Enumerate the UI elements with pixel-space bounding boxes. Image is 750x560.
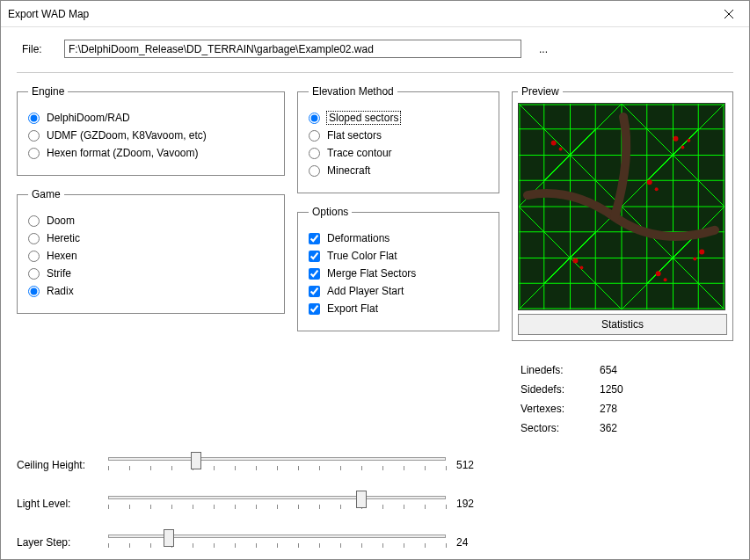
radio-label: UDMF (GZDoom, K8Vavoom, etc) <box>47 129 207 142</box>
light-level-slider[interactable] <box>108 492 446 515</box>
file-path-input[interactable] <box>64 40 521 58</box>
checkbox-label: Add Player Start <box>327 285 404 297</box>
slider-value: 24 <box>456 536 484 549</box>
elev-option[interactable]: Sloped sectors <box>309 112 488 124</box>
checkbox-input[interactable] <box>309 251 320 262</box>
preview-legend: Preview <box>518 85 563 98</box>
slider-thumb[interactable] <box>164 529 174 547</box>
elev-option[interactable]: Flat sectors <box>309 129 488 142</box>
radio-input[interactable] <box>28 233 40 244</box>
radio-input[interactable] <box>28 113 40 124</box>
game-group: Game DoomHereticHexenStrifeRadix <box>17 188 285 314</box>
elevation-group: Elevation Method Sloped sectorsFlat sect… <box>297 85 499 193</box>
radio-label: DelphiDoom/RAD <box>47 112 130 124</box>
checkbox-input[interactable] <box>309 233 320 244</box>
statistics-panel: Linedefs: 654 Sidedefs: 1250 Vertexes: 2… <box>512 357 733 441</box>
browse-button[interactable]: ... <box>534 43 553 55</box>
statistics-button[interactable]: Statistics <box>518 314 727 335</box>
ceiling-height-slider[interactable] <box>108 454 446 476</box>
file-row: File: ... <box>17 40 733 58</box>
game-option[interactable]: Radix <box>28 285 273 297</box>
slider-thumb[interactable] <box>191 452 201 469</box>
option-checkbox[interactable]: Merge Flat Sectors <box>309 267 488 280</box>
stat-label: Sidedefs: <box>521 383 600 396</box>
radio-input[interactable] <box>309 130 320 142</box>
slider-value: 512 <box>456 459 484 471</box>
elev-option[interactable]: Trace contour <box>309 147 488 159</box>
stat-vertexes: Vertexes: 278 <box>521 403 725 415</box>
radio-input[interactable] <box>28 268 40 280</box>
svg-point-9 <box>572 258 578 264</box>
svg-point-4 <box>551 141 557 146</box>
radio-input[interactable] <box>28 251 40 262</box>
game-legend: Game <box>28 188 64 200</box>
option-checkbox[interactable]: Export Flat <box>309 302 488 315</box>
radio-input[interactable] <box>28 215 40 227</box>
slider-label: Light Level: <box>17 498 98 510</box>
checkbox-label: True Color Flat <box>327 250 397 262</box>
checkbox-label: Deformations <box>327 232 390 244</box>
svg-point-8 <box>687 139 690 142</box>
divider <box>17 72 733 73</box>
checkbox-input[interactable] <box>309 268 320 280</box>
svg-point-15 <box>647 179 652 185</box>
engine-option[interactable]: DelphiDoom/RAD <box>28 112 273 124</box>
elev-option[interactable]: Minecraft <box>309 164 488 177</box>
svg-point-6 <box>674 136 679 142</box>
option-checkbox[interactable]: Deformations <box>309 232 488 244</box>
stat-label: Linedefs: <box>521 364 600 376</box>
file-label: File: <box>22 43 52 55</box>
radio-input[interactable] <box>309 165 320 177</box>
radio-input[interactable] <box>28 148 40 159</box>
light-level-row: Light Level: 192 <box>17 492 484 515</box>
svg-point-14 <box>693 258 696 261</box>
stat-value: 362 <box>600 422 652 434</box>
checkbox-input[interactable] <box>309 286 320 297</box>
radio-label: Hexen format (ZDoom, Vavoom) <box>47 147 199 159</box>
slider-thumb[interactable] <box>356 491 367 508</box>
close-button[interactable] <box>709 1 749 27</box>
window-title: Export WAD Map <box>8 8 89 20</box>
slider-label: Ceiling Height: <box>17 459 98 471</box>
svg-point-16 <box>655 187 659 191</box>
option-checkbox[interactable]: Add Player Start <box>309 285 488 297</box>
options-legend: Options <box>309 206 352 218</box>
radio-label: Heretic <box>47 232 80 244</box>
svg-point-7 <box>681 146 684 149</box>
checkbox-input[interactable] <box>309 303 320 315</box>
game-option[interactable]: Doom <box>28 215 273 227</box>
slider-label: Layer Step: <box>17 536 98 549</box>
layer-step-row: Layer Step: 24 <box>17 531 484 554</box>
svg-point-5 <box>559 148 563 151</box>
stat-label: Vertexes: <box>521 403 600 415</box>
radio-label: Minecraft <box>327 164 370 177</box>
titlebar: Export WAD Map <box>1 1 749 27</box>
game-option[interactable]: Heretic <box>28 232 273 244</box>
game-option[interactable]: Strife <box>28 267 273 280</box>
option-checkbox[interactable]: True Color Flat <box>309 250 488 262</box>
radio-label: Sloped sectors <box>327 112 400 124</box>
game-option[interactable]: Hexen <box>28 250 273 262</box>
checkbox-label: Merge Flat Sectors <box>327 267 416 280</box>
stat-label: Sectors: <box>521 422 600 434</box>
engine-legend: Engine <box>28 85 68 98</box>
radio-label: Trace contour <box>327 147 392 159</box>
stat-value: 278 <box>600 403 652 415</box>
stat-value: 654 <box>600 364 652 376</box>
radio-input[interactable] <box>309 113 320 124</box>
radio-input[interactable] <box>28 130 40 142</box>
radio-input[interactable] <box>28 286 40 297</box>
radio-label: Doom <box>47 215 75 227</box>
preview-image <box>518 103 725 310</box>
stat-value: 1250 <box>600 383 652 396</box>
export-wad-dialog: Export WAD Map File: ... Engine DelphiDo… <box>0 0 750 560</box>
checkbox-label: Export Flat <box>327 302 378 315</box>
stat-sidedefs: Sidedefs: 1250 <box>521 383 725 396</box>
radio-input[interactable] <box>309 148 320 159</box>
close-icon <box>725 10 733 18</box>
layer-step-slider[interactable] <box>108 531 446 554</box>
engine-option[interactable]: Hexen format (ZDoom, Vavoom) <box>28 147 273 159</box>
engine-option[interactable]: UDMF (GZDoom, K8Vavoom, etc) <box>28 129 273 142</box>
radio-label: Hexen <box>47 250 77 262</box>
svg-point-11 <box>656 271 661 276</box>
